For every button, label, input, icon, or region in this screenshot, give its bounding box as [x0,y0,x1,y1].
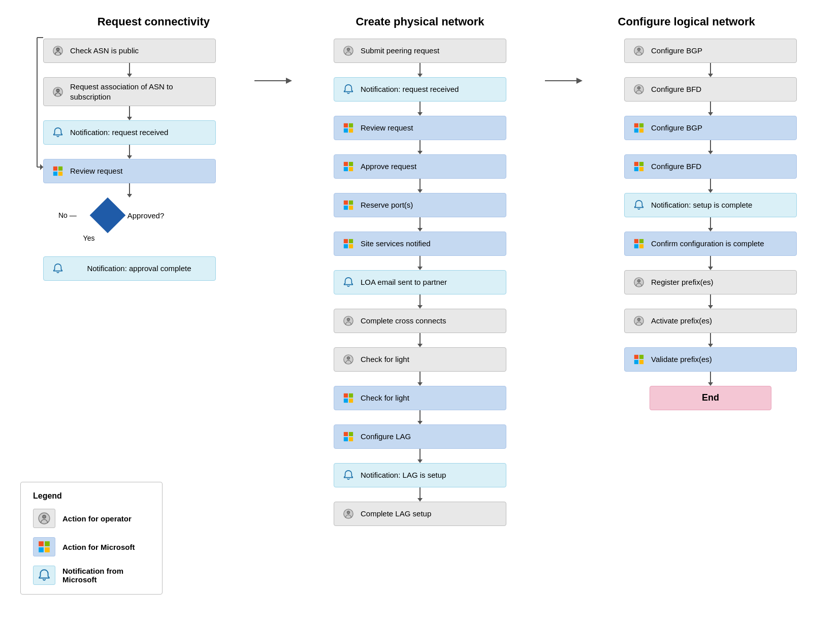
svg-rect-9 [58,167,62,171]
svg-rect-23 [349,167,353,171]
svg-rect-27 [349,206,353,210]
notification-icon-2 [51,261,65,276]
node-cross-connects: Complete cross connects [334,309,506,333]
svg-point-73 [43,515,46,519]
operator-icon-7 [632,44,646,58]
node-notif-received-1-text: Notification: request received [70,127,208,138]
svg-point-49 [637,48,640,51]
svg-rect-77 [45,547,50,552]
operator-icon-2 [51,85,65,99]
svg-point-7 [56,89,59,92]
node-notif-setup-complete-text: Notification: setup is complete [651,200,789,210]
svg-rect-19 [349,128,353,133]
svg-rect-71 [639,360,643,364]
operator-icon-5 [341,352,356,367]
node-notif-req-recv-2-text: Notification: request received [361,84,499,94]
node-notif-lag: Notification: LAG is setup [334,463,506,487]
arrow-c3-7 [710,294,711,306]
arrow-4 [129,183,130,194]
node-complete-lag: Complete LAG setup [334,502,506,526]
operator-icon-3 [341,44,356,58]
arrow-2 [129,106,130,117]
node-configure-bgp-2: Configure BGP [624,116,797,140]
node-end-text: End [657,392,764,404]
node-configure-lag-text: Configure LAG [361,432,499,442]
arrow-c2-3 [419,140,421,151]
arrow-c2-8 [419,333,421,344]
node-check-light-2-text: Check for light [361,393,499,403]
arrow-c2-4 [419,179,421,190]
svg-rect-18 [344,128,348,133]
svg-rect-41 [349,432,353,436]
legend-item-operator: Action for operator [33,509,150,528]
svg-rect-57 [639,162,643,166]
svg-point-1 [56,48,59,51]
svg-rect-63 [639,244,643,248]
col1-col2-connector [254,39,295,526]
arrow-c3-3 [710,140,711,151]
operator-icon-10 [632,314,646,328]
node-submit-peering-text: Submit peering request [361,46,499,56]
svg-rect-74 [39,541,44,546]
node-configure-bgp-2-text: Configure BGP [651,123,789,133]
column-physical-network: Submit peering request Notification: req… [311,39,529,526]
microsoft-icon-5 [341,237,356,251]
svg-rect-42 [344,437,348,441]
legend-microsoft-label: Action for Microsoft [62,543,135,551]
svg-rect-10 [53,172,57,176]
arrow-c3-5 [710,217,711,228]
notification-icon-4 [341,275,356,289]
arrow-c2-10 [419,410,421,421]
arrow-c3-2 [710,102,711,113]
microsoft-icon-10 [632,237,646,251]
node-configure-lag: Configure LAG [334,424,506,449]
node-approve-req-text: Approve request [361,161,499,172]
svg-rect-16 [344,123,348,127]
node-site-services: Site services notified [334,232,506,256]
arrow-c2-2 [419,102,421,113]
svg-rect-25 [349,201,353,205]
node-review-req-1-text: Review request [70,166,208,176]
col1-title: Request connectivity [98,15,210,28]
arrow-c3-8 [710,333,711,344]
arrow-c2-9 [419,372,421,383]
legend-title: Legend [33,491,150,501]
diamond-text: Approved? [127,211,165,220]
svg-rect-76 [39,547,44,552]
node-validate-prefix-text: Validate prefix(es) [651,354,789,365]
arrow-c2-5 [419,217,421,228]
microsoft-icon-3 [341,159,356,174]
legend: Legend Action for operator Act [20,482,163,595]
arrow-c3-4 [710,179,711,190]
svg-rect-70 [634,360,638,364]
node-review-req-2-text: Review request [361,123,499,133]
node-check-light-1: Check for light [334,347,506,372]
node-submit-peering: Submit peering request [334,39,506,63]
arrow-c2-6 [419,256,421,267]
node-check-light-1-text: Check for light [361,354,499,365]
notification-icon-6 [632,198,646,212]
svg-rect-31 [349,244,353,248]
node-notif-setup-complete: Notification: setup is complete [624,193,797,217]
loop-arrow-svg [22,38,43,170]
node-notification-received-1: Notification: request received [43,120,216,145]
node-approve-request: Approve request [334,154,506,179]
col3-title: Configure logical network [618,15,755,28]
node-configure-bgp-1-text: Configure BGP [651,46,789,56]
node-loa-email: LOA email sent to partner [334,270,506,294]
notification-icon-3 [341,82,356,96]
microsoft-icon-4 [341,198,356,212]
diamond-approved: No — Approved? [43,198,216,233]
microsoft-icon-8 [632,121,646,135]
svg-rect-8 [53,167,57,171]
svg-rect-62 [634,244,638,248]
arrow-c3-6 [710,256,711,267]
col2-col3-connector [545,39,586,526]
diagram-container: Request connectivity Create physical net… [0,0,840,625]
svg-rect-11 [58,172,62,176]
legend-notification-icon-box [33,566,55,585]
svg-rect-43 [349,437,353,441]
node-site-services-text: Site services notified [361,239,499,249]
node-request-assoc-text: Request association of ASN to subscripti… [70,82,208,102]
node-confirm-config: Confirm configuration is complete [624,232,797,256]
